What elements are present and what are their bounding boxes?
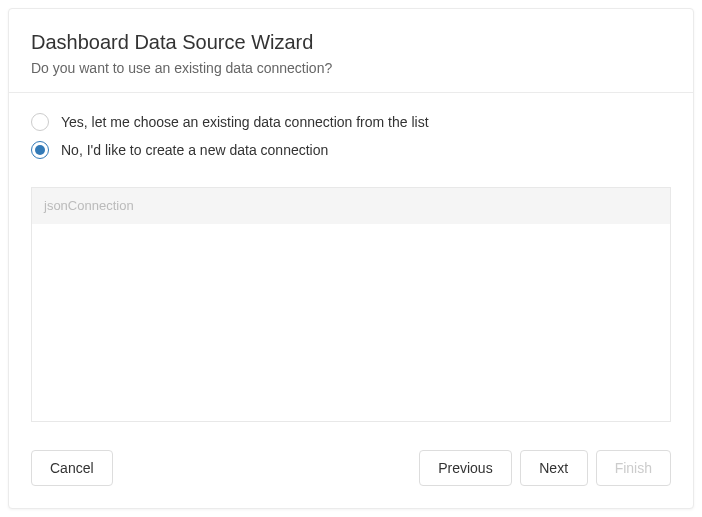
radio-dot-icon	[35, 145, 45, 155]
finish-button: Finish	[596, 450, 671, 486]
wizard-header: Dashboard Data Source Wizard Do you want…	[9, 9, 693, 93]
radio-icon	[31, 141, 49, 159]
radio-label-existing: Yes, let me choose an existing data conn…	[61, 114, 429, 130]
footer-right: Previous Next Finish	[419, 450, 671, 486]
cancel-button[interactable]: Cancel	[31, 450, 113, 486]
connection-list[interactable]: jsonConnection	[31, 187, 671, 422]
connection-name: jsonConnection	[44, 198, 134, 213]
radio-option-new[interactable]: No, I'd like to create a new data connec…	[31, 141, 671, 159]
footer-left: Cancel	[31, 450, 113, 486]
wizard-footer: Cancel Previous Next Finish	[9, 432, 693, 508]
radio-label-new: No, I'd like to create a new data connec…	[61, 142, 328, 158]
radio-icon	[31, 113, 49, 131]
list-item: jsonConnection	[32, 188, 670, 224]
wizard-dialog: Dashboard Data Source Wizard Do you want…	[8, 8, 694, 509]
radio-group: Yes, let me choose an existing data conn…	[31, 113, 671, 169]
wizard-subtitle: Do you want to use an existing data conn…	[31, 60, 671, 76]
radio-option-existing[interactable]: Yes, let me choose an existing data conn…	[31, 113, 671, 131]
wizard-body: Yes, let me choose an existing data conn…	[9, 93, 693, 432]
wizard-title: Dashboard Data Source Wizard	[31, 31, 671, 54]
previous-button[interactable]: Previous	[419, 450, 511, 486]
next-button[interactable]: Next	[520, 450, 588, 486]
